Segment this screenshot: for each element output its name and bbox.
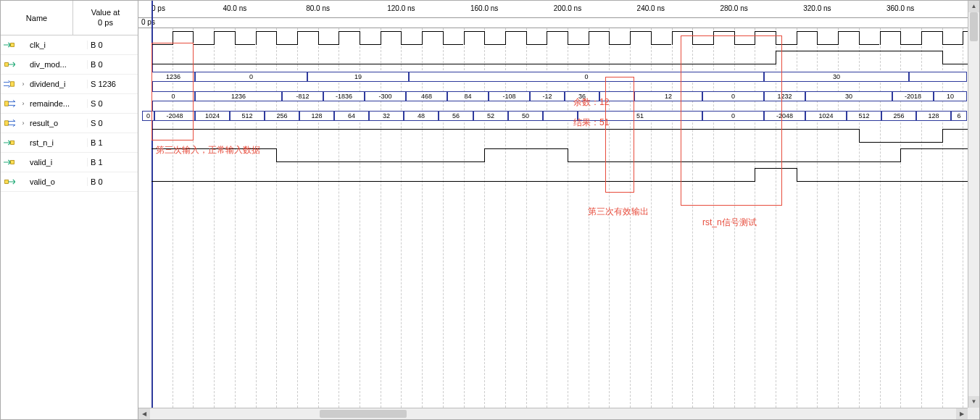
annotation-label-rst: rst_n信号测试 [702, 217, 757, 229]
wave-validi [138, 146, 968, 165]
bus-segment: 1232 [764, 91, 805, 101]
annotation-result: 结果：51 [573, 117, 609, 129]
bus-segment: -300 [365, 91, 406, 101]
ruler-tick: 280.0 ns [720, 4, 747, 12]
bus-segment: 1236 [195, 91, 282, 101]
ruler-tick: 160.0 ns [470, 4, 498, 12]
scroll-right-button[interactable]: ▶ [956, 408, 968, 419]
bus-segment: 56 [439, 111, 473, 121]
bus-segment: 512 [230, 111, 265, 121]
signal-panel: Name Value at 0 ps clk_iB 0div_mod...B 0… [1, 1, 138, 419]
bus-segment: 64 [334, 111, 369, 121]
bus-segment: -12 [530, 91, 565, 101]
cursor-time: 0 ps [138, 18, 968, 28]
bus-segment: 512 [847, 111, 881, 121]
wave-rows[interactable]: 123601903001236-812-1836-30046884-108-12… [138, 28, 968, 408]
bus-segment: 256 [881, 111, 916, 121]
value-column-header[interactable]: Value at 0 ps [73, 1, 138, 35]
expand-icon[interactable]: › [18, 119, 28, 127]
horizontal-scrollbar[interactable]: ◀ ▶ [138, 408, 968, 419]
wave-divmod [138, 48, 968, 67]
in-icon [1, 139, 18, 146]
vertical-scrollbar[interactable]: ▲ ▼ [968, 1, 979, 408]
scroll-down-button[interactable]: ▼ [968, 396, 979, 408]
signal-row-valid_i[interactable]: valid_iB 1 [1, 153, 138, 172]
expand-icon[interactable]: › [18, 100, 28, 107]
wave-valido [138, 165, 968, 185]
bus-segment: 0 [142, 111, 154, 121]
bus-segment: 48 [404, 111, 439, 121]
vscroll-thumb[interactable] [970, 12, 978, 41]
signal-header: Name Value at 0 ps [1, 1, 138, 35]
bus-segment: -2048 [764, 111, 805, 121]
wave-rstn [138, 126, 968, 146]
bus-segment: 84 [447, 91, 489, 101]
time-ruler[interactable]: 0 ps40.0 ns80.0 ns120.0 ns160.0 ns200.0 … [138, 1, 968, 18]
bus-segment: 0 [702, 111, 764, 121]
bus-segment: 256 [265, 111, 299, 121]
bus-segment: 0 [195, 72, 307, 82]
bus-segment: -1836 [323, 91, 365, 101]
signal-value: S 0 [87, 99, 138, 108]
scroll-corner [968, 408, 979, 419]
signal-name: valid_o [28, 177, 87, 186]
out-icon [1, 61, 18, 68]
waveform-area[interactable]: 0 ps40.0 ns80.0 ns120.0 ns160.0 ns200.0 … [138, 1, 968, 408]
svg-rect-6 [11, 161, 14, 164]
ruler-tick: 80.0 ns [306, 4, 330, 12]
expand-icon[interactable]: › [18, 80, 28, 88]
wave-remainder: 01236-812-1836-30046884-108-123612012323… [138, 87, 968, 106]
signal-row-clk_i[interactable]: clk_iB 0 [1, 35, 138, 55]
name-column-header[interactable]: Name [1, 1, 73, 35]
signal-row-valid_o[interactable]: valid_oB 0 [1, 172, 138, 192]
ruler-tick: 320.0 ns [803, 4, 831, 12]
signal-row-div_mod[interactable]: div_mod...B 0 [1, 55, 138, 75]
scroll-up-button[interactable]: ▲ [968, 1, 979, 12]
bus-segment [909, 72, 967, 82]
bus-segment: 128 [299, 111, 334, 121]
signal-name: remainde... [28, 99, 87, 108]
ruler-tick: 240.0 ns [637, 4, 665, 12]
bus-segment: 50 [508, 111, 543, 121]
bus-segment: -2048 [154, 111, 195, 121]
out-bus-icon [1, 100, 18, 107]
signal-value: B 1 [87, 138, 138, 147]
bus-segment: 1024 [195, 111, 230, 121]
signal-row-rst_n_i[interactable]: rst_n_iB 1 [1, 133, 138, 153]
svg-rect-7 [5, 180, 9, 184]
svg-rect-0 [11, 43, 14, 47]
bus-segment: -108 [489, 91, 530, 101]
bus-segment: 0 [151, 91, 195, 101]
wave-clk [138, 28, 968, 48]
bus-segment: 52 [473, 111, 508, 121]
bus-segment: 10 [934, 91, 967, 101]
bus-segment: -812 [282, 91, 323, 101]
signal-value: B 0 [87, 177, 138, 186]
signal-name: dividend_i [28, 80, 87, 88]
signal-row-remainde[interactable]: ›remainde...S 0 [1, 94, 138, 114]
bus-segment: 19 [307, 72, 409, 82]
in-bus-icon [1, 80, 18, 88]
bus-segment: 30 [764, 72, 909, 82]
signal-row-result_o[interactable]: ›result_oS 0 [1, 114, 138, 133]
bus-segment: 1236 [151, 72, 195, 82]
signal-name: valid_i [28, 158, 87, 167]
bus-segment: 468 [406, 91, 447, 101]
bus-segment: 0 [702, 91, 764, 101]
wave-result: 0-20481024512256128643248565250510-20481… [138, 106, 968, 126]
bus-segment: 32 [369, 111, 404, 121]
bus-segment [543, 111, 578, 121]
bus-segment: 128 [916, 111, 951, 121]
ruler-tick: 360.0 ns [886, 4, 914, 12]
wave-dividend: 1236019030 [138, 67, 968, 87]
out-bus-icon [1, 119, 18, 127]
svg-rect-4 [5, 121, 9, 125]
signal-row-dividend_i[interactable]: ›dividend_iS 1236 [1, 75, 138, 94]
signal-value: B 0 [87, 41, 138, 49]
annotation-remainder: 余数：12 [573, 96, 609, 109]
scroll-left-button[interactable]: ◀ [138, 408, 150, 419]
bus-segment: 0 [409, 72, 764, 82]
signal-name: clk_i [28, 41, 87, 49]
hscroll-thumb[interactable] [320, 410, 407, 418]
svg-rect-2 [11, 82, 14, 86]
